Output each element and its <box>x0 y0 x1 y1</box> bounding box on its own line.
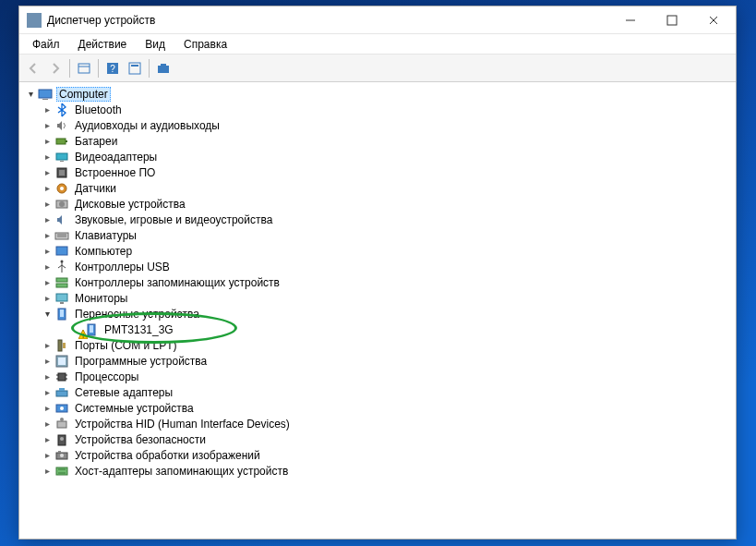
tree-item-security-devices[interactable]: Устройства безопасности <box>23 431 732 447</box>
svg-point-21 <box>60 187 64 190</box>
expand-icon[interactable] <box>42 261 53 272</box>
tree-item-monitors[interactable]: Мониторы <box>23 290 732 306</box>
minimize-button[interactable] <box>609 7 651 33</box>
tree-item-usb-controllers[interactable]: Контроллеры USB <box>23 259 732 274</box>
tree-item-disk-drives[interactable]: Дисковые устройства <box>23 196 732 212</box>
svg-point-23 <box>59 201 65 207</box>
tree-item-keyboards[interactable]: Клавиатуры <box>23 227 732 243</box>
expand-icon[interactable] <box>42 277 53 287</box>
tree-item-system-devices[interactable]: Системные устройства <box>23 400 732 416</box>
menu-action[interactable]: Действие <box>71 36 135 53</box>
expand-icon[interactable] <box>42 230 53 240</box>
expand-icon[interactable] <box>42 356 53 366</box>
expand-icon[interactable] <box>42 246 53 256</box>
tree-item-sensors[interactable]: Датчики <box>23 180 732 196</box>
tree-item-label[interactable]: Переносные устройства <box>73 308 201 321</box>
expand-icon[interactable] <box>42 387 53 397</box>
tree-item-portable-devices[interactable]: Переносные устройства <box>23 306 732 322</box>
tree-content[interactable]: Computer Bluetooth Аудиовходы и аудиовых… <box>19 82 736 539</box>
tree-item-storage-controllers[interactable]: Контроллеры запоминающих устройств <box>23 274 732 290</box>
tree-item-storage-host-adapters[interactable]: Хост-адаптеры запоминающих устройств <box>23 463 732 479</box>
close-button[interactable] <box>692 7 734 33</box>
tree-item-label[interactable]: Устройства безопасности <box>73 433 208 446</box>
show-hidden-button[interactable] <box>74 58 94 79</box>
tree-item-imaging-devices[interactable]: Устройства обработки изображений <box>23 447 732 463</box>
keyboard-icon <box>54 228 69 243</box>
expand-icon[interactable] <box>42 199 53 209</box>
expand-icon[interactable] <box>42 104 53 115</box>
tree-root-label[interactable]: Computer <box>56 87 111 102</box>
tree-item-label[interactable]: Программные устройства <box>73 355 209 368</box>
tree-item-label[interactable]: Bluetooth <box>73 103 124 116</box>
tree-item-firmware[interactable]: Встроенное ПО <box>23 164 732 180</box>
svg-point-28 <box>61 260 64 262</box>
expand-icon[interactable] <box>42 340 53 350</box>
expand-icon[interactable] <box>42 136 53 146</box>
tree-root[interactable]: Computer <box>23 86 732 102</box>
tree-item-label[interactable]: Встроенное ПО <box>73 166 157 179</box>
menu-view[interactable]: Вид <box>138 36 173 53</box>
tree-item-bluetooth[interactable]: Bluetooth <box>23 102 732 117</box>
tree-item-computer[interactable]: Компьютер <box>23 243 732 259</box>
expand-icon[interactable] <box>42 434 53 444</box>
tree-item-label[interactable]: Датчики <box>73 182 118 195</box>
expand-icon[interactable] <box>42 183 53 193</box>
tree-item-display-adapters[interactable]: Видеоадаптеры <box>23 149 732 164</box>
tree-item-label[interactable]: Устройства HID (Human Interface Devices) <box>73 418 292 431</box>
tree-item-label[interactable]: Хост-адаптеры запоминающих устройств <box>73 465 290 478</box>
tree-item-label[interactable]: Системные устройства <box>73 402 196 415</box>
expand-icon[interactable] <box>42 450 53 460</box>
tree-item-batteries[interactable]: Батареи <box>23 133 732 149</box>
tree-item-label[interactable]: Клавиатуры <box>73 229 138 242</box>
tree-item-label[interactable]: Видеоадаптеры <box>73 151 159 164</box>
tree-item-label[interactable]: Контроллеры запоминающих устройств <box>73 276 282 289</box>
tree-item-label[interactable]: Звуковые, игровые и видеоустройства <box>73 213 274 226</box>
tree-item-label[interactable]: Аудиовходы и аудиовыходы <box>73 119 222 132</box>
tree-item-label[interactable]: Компьютер <box>73 245 134 258</box>
scan-hardware-button[interactable] <box>153 58 174 79</box>
expand-icon[interactable] <box>42 152 53 162</box>
tree-item-ports[interactable]: Порты (COM и LPT) <box>23 337 732 353</box>
expand-icon[interactable] <box>42 309 53 319</box>
expand-icon[interactable] <box>42 371 53 382</box>
tree-item-hid[interactable]: Устройства HID (Human Interface Devices) <box>23 416 732 431</box>
expand-icon[interactable] <box>42 120 53 130</box>
expand-icon[interactable] <box>42 167 53 177</box>
tree-item-network-adapters[interactable]: Сетевые адаптеры <box>23 384 732 400</box>
toolbar-separator <box>149 59 150 78</box>
svg-rect-47 <box>56 391 67 396</box>
tree-item-software-devices[interactable]: Программные устройства <box>23 353 732 369</box>
tree-item-label[interactable]: Мониторы <box>73 292 129 305</box>
svg-rect-29 <box>56 278 67 282</box>
tree-item-label[interactable]: Батареи <box>73 135 119 148</box>
expand-icon[interactable] <box>42 403 53 413</box>
cpu-icon <box>54 370 69 384</box>
back-button[interactable] <box>23 58 43 79</box>
tree-item-label[interactable]: Дисковые устройства <box>73 198 187 211</box>
expand-icon[interactable] <box>42 466 53 476</box>
tree-item-label[interactable]: PMT3131_3G <box>102 323 175 336</box>
port-icon <box>54 338 69 353</box>
help-button[interactable]: ? <box>102 58 123 79</box>
menu-file[interactable]: Файл <box>25 36 67 53</box>
forward-button[interactable] <box>45 58 66 79</box>
maximize-button[interactable] <box>651 7 692 33</box>
menu-help[interactable]: Справка <box>176 36 234 53</box>
tree-item-label[interactable]: Устройства обработки изображений <box>73 449 262 462</box>
tree-item-pmt3131[interactable]: ! PMT3131_3G <box>23 322 732 337</box>
svg-rect-17 <box>60 161 64 162</box>
tree-item-sound-devices[interactable]: Звуковые, игровые и видеоустройства <box>23 212 732 227</box>
tree-item-label[interactable]: Процессоры <box>73 370 141 383</box>
window-title: Диспетчер устройств <box>47 14 609 27</box>
tree-item-label[interactable]: Сетевые адаптеры <box>73 386 174 399</box>
expand-icon[interactable] <box>25 89 36 99</box>
expand-icon[interactable] <box>42 214 53 224</box>
tree-item-audio-io[interactable]: Аудиовходы и аудиовыходы <box>23 117 732 133</box>
tree-item-label[interactable]: Контроллеры USB <box>73 261 172 273</box>
expand-icon[interactable] <box>42 419 53 429</box>
svg-rect-34 <box>60 309 64 317</box>
expand-icon[interactable] <box>42 293 53 303</box>
tree-item-processors[interactable]: Процессоры <box>23 369 732 384</box>
tree-item-label[interactable]: Порты (COM и LPT) <box>73 339 179 352</box>
properties-button[interactable] <box>125 58 145 79</box>
